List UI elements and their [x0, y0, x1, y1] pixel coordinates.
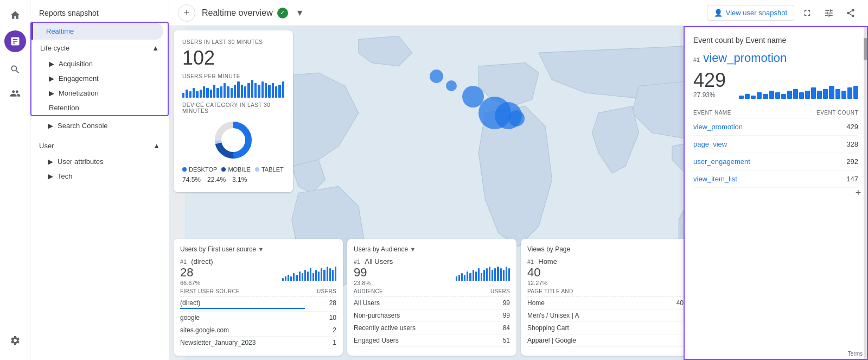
realtime-nav-item[interactable]: Realtime — [31, 23, 163, 40]
engagement-item[interactable]: ▶ Engagement — [31, 71, 168, 86]
bar-item — [483, 270, 485, 281]
event-table: view_promotion429page_view328user_engage… — [693, 118, 858, 188]
page-title-area: Realtime overview ✓ ▼ — [202, 5, 308, 21]
fullscreen-button[interactable] — [799, 4, 816, 22]
bar-item — [781, 94, 786, 99]
bar-item — [751, 96, 756, 99]
desktop-label: DESKTOP — [189, 166, 217, 173]
lifecycle-section[interactable]: Life cycle ▲ — [31, 40, 168, 56]
acquisition-arrow: ▶ — [49, 60, 54, 68]
analytics-icon[interactable] — [4, 30, 26, 52]
top-bar-right: 👤 View user snapshot — [707, 4, 859, 22]
table-row: Non-purchasers99 — [354, 310, 510, 322]
bar-item — [829, 86, 834, 99]
reports-snapshot-title: Reports snapshot — [30, 0, 169, 22]
users-per-minute-chart — [182, 81, 284, 98]
bar-item — [216, 88, 219, 98]
bar-item — [312, 273, 314, 281]
bar-item — [456, 276, 457, 281]
views-rank: #1 — [527, 258, 534, 265]
views-col1: PAGE TITLE AND — [527, 288, 573, 294]
monetization-arrow: ▶ — [49, 89, 54, 97]
bar-item — [213, 85, 215, 98]
retention-item[interactable]: Retention — [31, 100, 168, 115]
add-card-button[interactable]: + — [178, 4, 195, 22]
event-rank: #1 — [693, 56, 700, 63]
monetization-item[interactable]: ▶ Monetization — [31, 86, 168, 100]
page-title: Realtime overview — [202, 8, 273, 18]
bar-item — [745, 94, 750, 99]
user-section-label: User — [39, 142, 54, 150]
first-user-source-title: Users by First user source ▼ — [180, 245, 336, 253]
desktop-dot — [182, 167, 187, 172]
views-pct: 12.27% — [527, 280, 684, 286]
acquisition-label: Acquisition — [59, 60, 93, 68]
bar-item — [272, 83, 274, 98]
bar-item — [206, 88, 208, 98]
audience-title: Users by Audience ▼ — [354, 245, 510, 253]
bar-item — [473, 270, 474, 281]
bar-item — [757, 92, 762, 99]
tech-item[interactable]: ▶ Tech — [30, 169, 169, 184]
bar-item — [282, 81, 284, 98]
views-by-page-title: Views by Page — [527, 245, 684, 253]
bar-item — [847, 87, 852, 99]
bar-item — [508, 268, 510, 281]
title-dropdown-button[interactable]: ▼ — [292, 5, 308, 21]
bar-item — [506, 267, 507, 281]
user-snapshot-icon: 👤 — [714, 9, 723, 17]
customize-button[interactable] — [820, 4, 838, 22]
user-attributes-arrow: ▶ — [48, 157, 53, 166]
bar-item — [196, 91, 198, 98]
event-count-panel[interactable]: Event count by Event name #1 view_promot… — [684, 26, 868, 360]
settings-icon[interactable] — [4, 330, 26, 351]
users-count: 102 — [182, 47, 284, 69]
user-attributes-item[interactable]: ▶ User attributes — [30, 154, 169, 169]
expand-panel-button[interactable]: + — [852, 187, 865, 200]
bar-item — [189, 91, 192, 98]
bar-item — [241, 85, 243, 98]
views-by-page-card: Views by Page #1 Home 40 12.27% PAGE TIT… — [521, 239, 690, 356]
first-user-source-card: Users by First user source ▼ #1 (direct)… — [174, 239, 343, 356]
bar-item — [265, 83, 267, 98]
view-user-snapshot-button[interactable]: 👤 View user snapshot — [707, 5, 794, 21]
first-source-table: (direct)28google10sites.google.com2Newsl… — [180, 297, 336, 349]
top-event-count: 429 — [693, 71, 726, 90]
audience-pct: 23.8% — [354, 280, 393, 286]
user-section[interactable]: User ▲ — [30, 137, 169, 154]
event-panel-title: Event count by Event name — [693, 36, 858, 45]
bar-item — [335, 267, 336, 281]
event-mini-chart — [739, 77, 858, 99]
dashboard: USERS IN LAST 30 MINUTES 102 USERS PER M… — [169, 26, 868, 360]
table-row: Recently active users84 — [354, 322, 510, 334]
views-col-headers: PAGE TITLE AND — [527, 286, 684, 297]
bar-item — [500, 268, 502, 281]
audience-icon[interactable] — [4, 83, 26, 104]
table-row: All Users99 — [354, 297, 510, 310]
retention-label: Retention — [49, 104, 79, 112]
bar-item — [739, 96, 744, 99]
audience-name: All Users — [365, 257, 393, 266]
audience-col-headers: AUDIENCE USERS — [354, 286, 510, 297]
bar-item — [200, 90, 202, 98]
desktop-pct: 74.5% — [182, 176, 201, 184]
map-bubble-5 — [430, 70, 443, 83]
bar-item — [823, 89, 828, 99]
acquisition-item[interactable]: ▶ Acquisition — [31, 56, 168, 71]
search-console-item[interactable]: ▶ Search Console — [30, 118, 169, 133]
bar-item — [296, 275, 297, 281]
bar-item — [494, 268, 496, 281]
search-console-arrow: ▶ — [48, 122, 53, 130]
bar-item — [261, 81, 264, 98]
map-area: USERS IN LAST 30 MINUTES 102 USERS PER M… — [169, 26, 868, 360]
table-row: Men's / Unisex | A — [527, 310, 684, 322]
lifecycle-collapse-icon: ▲ — [152, 44, 159, 52]
bar-item — [492, 270, 493, 281]
bar-item — [278, 85, 280, 98]
home-icon[interactable] — [4, 4, 26, 26]
bar-item — [835, 89, 840, 99]
share-button[interactable] — [842, 4, 859, 22]
search-console-icon[interactable] — [4, 59, 26, 80]
audience-table: All Users99Non-purchasers99Recently acti… — [354, 297, 510, 347]
monetization-label: Monetization — [59, 89, 99, 97]
